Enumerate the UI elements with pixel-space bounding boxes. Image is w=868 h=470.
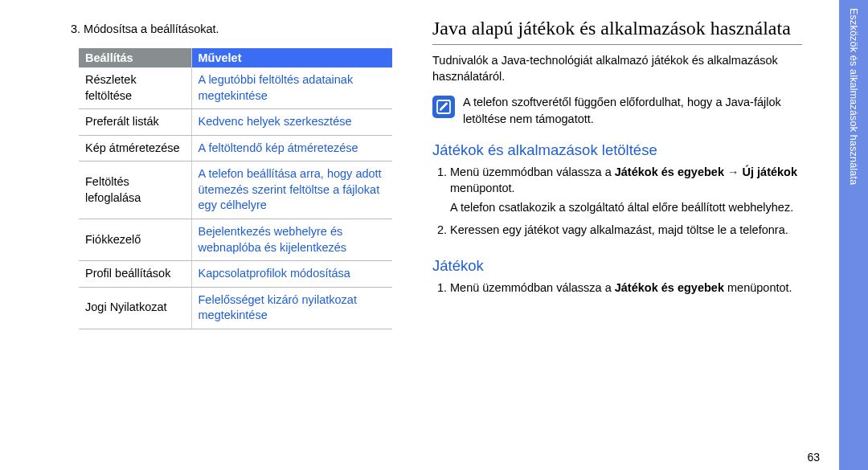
text-bold: Játékok és egyebek xyxy=(615,166,724,178)
download-step-2: Keressen egy játékot vagy alkalmazást, m… xyxy=(450,222,802,238)
col-header-action: Művelet xyxy=(191,48,392,67)
cell-setting: Profil beállítások xyxy=(79,261,191,288)
table-row: Preferált listákKedvenc helyek szerkeszt… xyxy=(79,109,392,136)
text: menüpontot. xyxy=(450,182,515,194)
note-text: A telefon szoftverétől függően előfordul… xyxy=(463,94,802,127)
text: Menü üzemmódban válassza a xyxy=(450,281,615,294)
download-step-1-sub: A telefon csatlakozik a szolgáltató álta… xyxy=(450,199,802,215)
games-step-1: Menü üzemmódban válassza a Játékok és eg… xyxy=(450,280,802,296)
text: → xyxy=(724,166,743,178)
table-row: Jogi NyilatkozatFelelősséget kizáró nyil… xyxy=(79,287,392,329)
settings-table: Beállítás Művelet Részletek feltöltéseA … xyxy=(79,48,392,329)
cell-setting: Fiókkezelő xyxy=(79,219,191,260)
cell-action: Bejelentkezés webhelyre és webnaplóba és… xyxy=(191,219,392,260)
note-icon xyxy=(432,96,455,118)
table-row: FiókkezelőBejelentkezés webhelyre és web… xyxy=(79,219,392,260)
section-heading: Java alapú játékok és alkalmazások haszn… xyxy=(432,16,802,45)
svg-line-1 xyxy=(440,104,448,111)
text: Menü üzemmódban válassza a xyxy=(450,166,615,178)
text-bold: Új játékok xyxy=(743,166,798,178)
cell-action: Kedvenc helyek szerkesztése xyxy=(191,109,392,136)
side-tab: Eszközök és alkalmazások használata xyxy=(839,0,868,470)
games-steps: Menü üzemmódban válassza a Játékok és eg… xyxy=(432,280,802,302)
table-row: Profil beállításokKapcsolatprofilok módo… xyxy=(79,261,392,288)
table-row: Feltöltés lefoglalásaA telefon beállítás… xyxy=(79,161,392,219)
subheading-download: Játékok és alkalmazások letöltése xyxy=(432,141,802,159)
cell-setting: Kép átméretezése xyxy=(79,135,191,161)
side-tab-label: Eszközök és alkalmazások használata xyxy=(848,0,859,185)
cell-action: A legutóbbi feltöltés adatainak megtekin… xyxy=(191,67,392,109)
page-number: 63 xyxy=(807,451,820,464)
cell-setting: Preferált listák xyxy=(79,109,191,136)
note-block: A telefon szoftverétől függően előfordul… xyxy=(432,94,802,127)
cell-setting: Jogi Nyilatkozat xyxy=(79,287,191,329)
download-steps: Menü üzemmódban válassza a Játékok és eg… xyxy=(432,164,802,244)
section-intro: Tudnivalók a Java-technológiát alkalmazó… xyxy=(432,53,802,84)
cell-action: A feltöltendő kép átméretezése xyxy=(191,135,392,161)
table-row: Részletek feltöltéseA legutóbbi feltölté… xyxy=(79,67,392,109)
col-header-setting: Beállítás xyxy=(79,48,191,67)
step-text: 3. Módosítsa a beállításokat. xyxy=(71,22,400,35)
text-bold: Játékok és egyebek xyxy=(615,281,724,294)
text: menüpontot. xyxy=(724,281,792,294)
cell-setting: Feltöltés lefoglalása xyxy=(79,161,191,219)
download-step-1: Menü üzemmódban válassza a Játékok és eg… xyxy=(450,164,802,215)
cell-action: Felelősséget kizáró nyilatkozat megtekin… xyxy=(191,287,392,329)
subheading-games: Játékok xyxy=(432,257,802,275)
cell-action: Kapcsolatprofilok módosítása xyxy=(191,261,392,288)
cell-action: A telefon beállítása arra, hogy adott üt… xyxy=(191,161,392,219)
cell-setting: Részletek feltöltése xyxy=(79,67,191,109)
table-row: Kép átméretezéseA feltöltendő kép átmére… xyxy=(79,135,392,161)
